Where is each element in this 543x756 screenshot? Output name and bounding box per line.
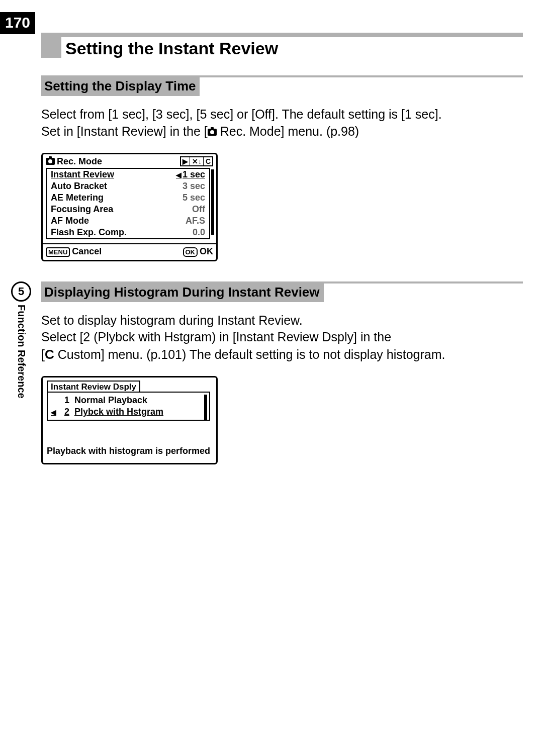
section-heading-text: Displaying Histogram During Instant Revi… xyxy=(41,284,324,302)
left-arrow-icon: ◀ xyxy=(51,408,56,416)
section-2-body: Set to display histogram during Instant … xyxy=(41,312,523,364)
custom-icon: C xyxy=(204,157,212,165)
row-value: 5 sec xyxy=(183,193,205,203)
scrollbar[interactable] xyxy=(211,169,214,235)
row-value: Off xyxy=(192,204,205,215)
custom-row-plybck-hstgram[interactable]: ◀ 2 Plybck with Hstgram xyxy=(48,406,209,418)
menu-row-auto-bracket[interactable]: Auto Bracket 3 sec xyxy=(47,180,209,192)
title-decoration xyxy=(41,33,61,58)
menu-row-focusing-area[interactable]: Focusing Area Off xyxy=(47,204,209,215)
body-line-2: Select [2 (Plybck with Hstgram) in [Inst… xyxy=(41,330,391,344)
custom-menu-list: ◀ 1 Normal Playback ◀ 2 Plybck with Hstg… xyxy=(47,392,210,421)
custom-row-normal-playback[interactable]: ◀ 1 Normal Playback xyxy=(48,395,209,406)
row-value: AF.S xyxy=(186,216,205,226)
title-bar: Setting the Instant Review xyxy=(41,33,523,58)
camera-icon xyxy=(46,158,55,165)
body-line-3b: Custom] menu. (p.101) The default settin… xyxy=(54,347,445,361)
scrollbar[interactable] xyxy=(204,395,207,421)
menu-footer: MENUCancel OKOK xyxy=(43,243,216,260)
chapter-label: Function Reference xyxy=(16,305,27,399)
row-label: Focusing Area xyxy=(51,204,113,215)
menu-row-ae-metering[interactable]: AE Metering 5 sec xyxy=(47,192,209,204)
menu-button-icon[interactable]: MENU xyxy=(46,247,70,257)
body-line-2b: Rec. Mode] menu. (p.98) xyxy=(217,124,359,138)
ok-label: OK xyxy=(200,246,213,256)
row-value: 3 sec xyxy=(183,181,205,192)
left-arrow-icon: ◀ xyxy=(176,171,182,179)
row-label: AE Metering xyxy=(51,193,104,203)
custom-c-icon: C xyxy=(45,347,54,362)
row-label: Flash Exp. Comp. xyxy=(51,227,127,238)
cancel-label: Cancel xyxy=(72,246,102,256)
row-label: Plybck with Hstgram xyxy=(74,407,163,417)
body-line-1: Set to display histogram during Instant … xyxy=(41,313,303,327)
title-strip xyxy=(61,33,523,37)
menu-list: Instant Review ◀1 sec Auto Bracket 3 sec… xyxy=(46,168,210,239)
page-number: 170 xyxy=(0,12,35,34)
body-line-1: Select from [1 sec], [3 sec], [5 sec] or… xyxy=(41,107,442,121)
menu-row-af-mode[interactable]: AF Mode AF.S xyxy=(47,215,209,227)
section-2-heading: Displaying Histogram During Instant Revi… xyxy=(41,281,523,302)
custom-menu: Instant Review Dsply ◀ 1 Normal Playback… xyxy=(41,376,218,464)
section-heading-text: Setting the Display Time xyxy=(41,77,200,96)
section-1-heading: Setting the Display Time xyxy=(41,75,523,96)
menu-tab-icons: ▶ ✕↓ C xyxy=(180,156,213,166)
side-tab: 5 Function Reference xyxy=(11,281,31,399)
menu-header-text: Rec. Mode xyxy=(57,156,102,167)
body-line-3a: [ xyxy=(41,347,45,361)
row-label: AF Mode xyxy=(51,216,89,226)
body-line-2a: Set in [Instant Review] in the [ xyxy=(41,124,208,138)
menu-row-flash-exp-comp[interactable]: Flash Exp. Comp. 0.0 xyxy=(47,227,209,238)
row-label: Normal Playback xyxy=(74,395,147,406)
custom-menu-description: Playback with histogram is performed xyxy=(43,426,216,459)
menu-row-instant-review[interactable]: Instant Review ◀1 sec xyxy=(47,169,209,180)
ok-button-icon[interactable]: OK xyxy=(183,247,198,257)
section-1-body: Select from [1 sec], [3 sec], [5 sec] or… xyxy=(41,106,523,140)
chapter-number-circle: 5 xyxy=(11,281,31,302)
page-content: Setting the Instant Review Setting the D… xyxy=(41,0,523,464)
custom-menu-tab: Instant Review Dsply xyxy=(47,381,140,393)
row-num: 2 xyxy=(57,407,69,417)
rec-mode-menu: Rec. Mode ▶ ✕↓ C Instant Review ◀1 sec A… xyxy=(41,153,218,261)
playback-icon: ▶ xyxy=(181,157,190,165)
row-label: Auto Bracket xyxy=(51,181,107,192)
camera-icon xyxy=(208,129,217,136)
menu-header: Rec. Mode xyxy=(46,156,102,167)
tools-icon: ✕↓ xyxy=(191,157,204,165)
row-label: Instant Review xyxy=(51,169,114,180)
row-value: 1 sec xyxy=(183,169,205,179)
row-value: 0.0 xyxy=(193,227,205,238)
row-num: 1 xyxy=(57,395,69,406)
page-title: Setting the Instant Review xyxy=(61,37,523,58)
